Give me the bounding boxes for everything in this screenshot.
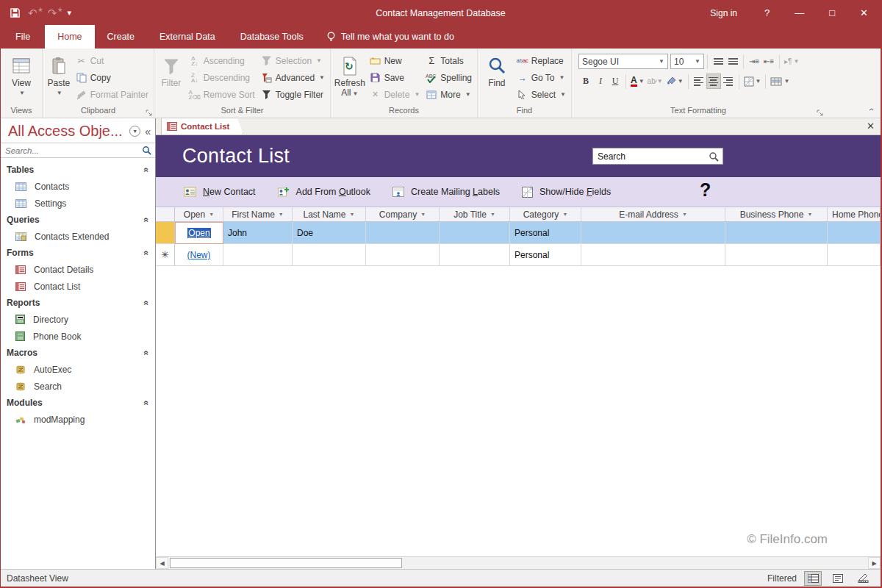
cell-first-name[interactable] bbox=[223, 244, 293, 266]
replace-button[interactable]: abac Replace bbox=[514, 52, 569, 69]
font-size-combobox[interactable]: 10 ▼ bbox=[670, 54, 704, 69]
collapse-section-icon[interactable]: « bbox=[142, 251, 152, 256]
collapse-section-icon[interactable]: « bbox=[142, 168, 152, 173]
cell-job-title[interactable] bbox=[440, 222, 510, 244]
cell-business-phone[interactable] bbox=[725, 222, 828, 244]
tab-home[interactable]: Home bbox=[45, 25, 94, 49]
copy-button[interactable]: Copy bbox=[73, 69, 151, 86]
more-button[interactable]: More ▼ bbox=[423, 86, 475, 103]
cell-first-name[interactable]: John bbox=[223, 222, 293, 244]
new-contact-button[interactable]: New Contact bbox=[178, 184, 262, 199]
nav-section-macros[interactable]: Macros« bbox=[1, 345, 155, 361]
qat-customize-icon[interactable]: ▾ bbox=[68, 8, 72, 18]
column-header-open[interactable]: Open▼ bbox=[175, 207, 223, 222]
scrollbar-thumb[interactable] bbox=[170, 558, 402, 568]
search-icon[interactable] bbox=[138, 146, 155, 155]
collapse-section-icon[interactable]: « bbox=[142, 218, 152, 223]
tell-me-box[interactable]: Tell me what you want to do bbox=[316, 25, 465, 49]
clipboard-dialog-launcher-icon[interactable] bbox=[146, 110, 152, 116]
bullet-list-button[interactable] bbox=[711, 54, 725, 69]
numbered-list-button[interactable] bbox=[725, 54, 740, 69]
spelling-button[interactable]: ABC Spelling bbox=[423, 69, 475, 86]
cell-business-phone[interactable] bbox=[725, 244, 828, 266]
nav-item-settings[interactable]: Settings bbox=[1, 195, 155, 212]
advanced-button[interactable]: Advanced ▼ bbox=[258, 69, 328, 86]
cell-last-name[interactable]: Doe bbox=[293, 222, 366, 244]
cell-company[interactable] bbox=[366, 222, 440, 244]
bold-button[interactable]: B bbox=[578, 74, 593, 89]
column-header-company[interactable]: Company▼ bbox=[366, 207, 440, 222]
tab-create[interactable]: Create bbox=[95, 25, 148, 49]
nav-item-search-macro[interactable]: Search bbox=[1, 378, 155, 395]
cell-home-phone[interactable] bbox=[828, 222, 881, 244]
cell-category[interactable]: Personal bbox=[510, 222, 581, 244]
filtered-status[interactable]: Filtered bbox=[767, 573, 797, 584]
new-record-button[interactable]: New bbox=[367, 52, 423, 69]
font-color-button[interactable]: A ▼ bbox=[629, 74, 646, 89]
nav-item-directory[interactable]: Directory bbox=[1, 311, 155, 328]
view-button[interactable]: View ▼ bbox=[3, 50, 40, 98]
column-header-email[interactable]: E-mail Address▼ bbox=[581, 207, 725, 222]
gridlines-button[interactable]: ▼ bbox=[742, 74, 763, 89]
chevron-down-icon[interactable]: ▼ bbox=[350, 212, 355, 217]
decrease-indent-button[interactable]: ⇤≡ bbox=[761, 54, 776, 69]
chevron-down-icon[interactable]: ▼ bbox=[562, 212, 567, 217]
cell-home-phone[interactable] bbox=[828, 244, 881, 266]
nav-item-contacts[interactable]: Contacts bbox=[1, 178, 155, 195]
cell-category[interactable]: Personal bbox=[510, 244, 581, 266]
chevron-down-icon[interactable]: ▼ bbox=[807, 212, 812, 217]
align-right-button[interactable] bbox=[721, 74, 736, 89]
cell-company[interactable] bbox=[366, 244, 440, 266]
search-icon[interactable] bbox=[705, 151, 723, 162]
column-header-job-title[interactable]: Job Title▼ bbox=[440, 207, 510, 222]
collapse-section-icon[interactable]: « bbox=[142, 301, 152, 306]
italic-button[interactable]: I bbox=[593, 74, 608, 89]
add-from-outlook-button[interactable]: Add From Outlook bbox=[272, 184, 376, 200]
sign-in-button[interactable]: Sign in bbox=[695, 1, 752, 25]
open-record-cell[interactable]: Open bbox=[175, 222, 223, 244]
align-center-button[interactable] bbox=[706, 74, 721, 89]
form-view-button[interactable] bbox=[829, 571, 847, 586]
show-hide-fields-button[interactable]: Show/Hide Fields bbox=[516, 184, 617, 200]
open-record-cell[interactable]: (New) bbox=[175, 244, 223, 266]
increase-indent-button[interactable]: ⇥≡ bbox=[747, 54, 761, 69]
nav-section-queries[interactable]: Queries« bbox=[1, 212, 155, 228]
refresh-all-button[interactable]: ↻ Refresh All▼ bbox=[333, 50, 367, 98]
toggle-filter-button[interactable]: Toggle Filter bbox=[258, 86, 328, 103]
tab-file[interactable]: File bbox=[1, 25, 45, 49]
nav-section-reports[interactable]: Reports« bbox=[1, 295, 155, 311]
underline-button[interactable]: U bbox=[608, 74, 623, 89]
close-object-icon[interactable]: ✕ bbox=[867, 121, 875, 132]
tab-contact-list[interactable]: Contact List bbox=[161, 118, 243, 135]
chevron-down-icon[interactable]: ▼ bbox=[490, 212, 495, 217]
shutter-bar-close-icon[interactable]: « bbox=[145, 126, 151, 137]
paste-button[interactable]: Paste ▼ bbox=[45, 50, 73, 98]
cell-email[interactable] bbox=[581, 222, 725, 244]
cell-job-title[interactable] bbox=[440, 244, 510, 266]
datasheet-view-button[interactable] bbox=[804, 571, 822, 586]
cell-email[interactable] bbox=[581, 244, 725, 266]
maximize-button[interactable]: □ bbox=[817, 1, 847, 25]
align-left-button[interactable] bbox=[692, 74, 706, 89]
nav-section-tables[interactable]: Tables« bbox=[1, 162, 155, 178]
minimize-button[interactable]: — bbox=[782, 1, 817, 25]
help-question-mark[interactable]: ? bbox=[700, 179, 711, 201]
collapse-ribbon-icon[interactable]: ‹ bbox=[867, 108, 877, 111]
chevron-down-icon[interactable]: ▼ bbox=[279, 212, 284, 217]
select-button[interactable]: Select ▼ bbox=[514, 86, 569, 103]
cell-last-name[interactable] bbox=[293, 244, 366, 266]
column-header-category[interactable]: Category▼ bbox=[510, 207, 581, 222]
nav-item-phone-book[interactable]: Phone Book bbox=[1, 328, 155, 345]
nav-item-contacts-extended[interactable]: Contacts Extended bbox=[1, 228, 155, 245]
background-color-button[interactable]: ▼ bbox=[664, 74, 685, 89]
contact-search-box[interactable] bbox=[592, 148, 723, 165]
save-icon[interactable] bbox=[10, 7, 21, 18]
help-button[interactable]: ? bbox=[752, 1, 782, 25]
new-record-selector[interactable]: ✳ bbox=[156, 244, 175, 266]
alternate-row-color-button[interactable]: ▼ bbox=[769, 74, 791, 89]
column-header-last-name[interactable]: Last Name▼ bbox=[293, 207, 366, 222]
find-button[interactable]: Find bbox=[480, 50, 514, 88]
nav-section-modules[interactable]: Modules« bbox=[1, 395, 155, 411]
save-record-button[interactable]: Save bbox=[367, 69, 423, 86]
close-button[interactable]: ✕ bbox=[847, 1, 881, 25]
